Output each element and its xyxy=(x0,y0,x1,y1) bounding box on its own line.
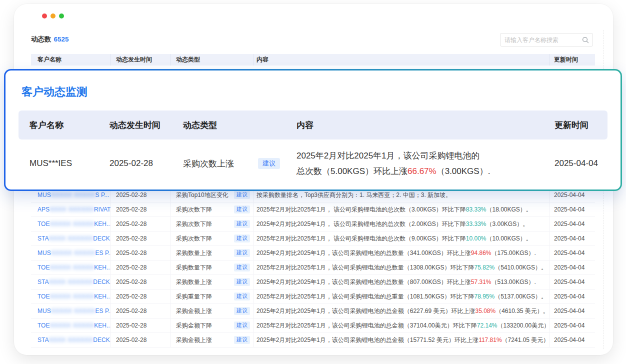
customer-name-prefix: MUS xyxy=(38,192,51,198)
customer-name-link[interactable]: STAXXXX XXXXXXDECK... xyxy=(31,275,111,289)
occurred-date: 2025-02-28 xyxy=(111,290,171,304)
search-input[interactable] xyxy=(504,36,582,44)
col-header-content: 内容 xyxy=(254,54,550,66)
suggestion-badge: 建议 xyxy=(234,264,250,272)
customer-name-link[interactable]: STAXXXX XXXXXXDECK... xyxy=(31,232,111,246)
updated-date: 2025-04-04 xyxy=(550,333,595,347)
customer-name: MUS***IES xyxy=(18,158,106,168)
customer-name-prefix: TOE xyxy=(38,220,50,228)
dynamic-type-label: 采购数量上涨 xyxy=(176,249,212,258)
masked-text: XXXX XXXXXX xyxy=(48,336,93,344)
masked-text: XXXX XXXXXX xyxy=(48,235,93,242)
updated-date: 2025-04-04 xyxy=(550,260,595,274)
customer-name-suffix: ES P... xyxy=(96,250,111,256)
occurred-date: 2025-02-28 xyxy=(111,232,171,246)
content-text: 2025年2月对比2025年1月，该公司采购锂电池的总数量（1308.00KGS… xyxy=(256,264,474,272)
suggestion-badge: 建议 xyxy=(234,278,250,286)
customer-name-link[interactable]: STAXXXX XXXXXXDECK... xyxy=(31,333,111,347)
table-row[interactable]: TOEXXXXX XXXXXKEH... 2025-02-28 采购重量下降 建… xyxy=(31,290,595,304)
maximize-window-icon[interactable] xyxy=(59,14,64,18)
customer-name-prefix: MUS xyxy=(38,250,51,256)
trend-percent: 33.33% xyxy=(466,220,486,228)
window-controls xyxy=(42,14,64,18)
content-text: 2025年2月对比2025年1月，该公司采购锂电池的总金额（6227.69 美元… xyxy=(256,307,475,316)
table-header: 客户名称 动态发生时间 动态类型 内容 更新时间 xyxy=(31,54,595,66)
updated-date: 2025-04-04 xyxy=(550,304,595,318)
content-text-tail: （175.00KGS）. xyxy=(492,249,536,258)
table-row[interactable]: TOEXXXXX XXXXXKEH... 2025-02-28 采购数量下降 建… xyxy=(31,260,595,275)
col-header-updated: 更新时间 xyxy=(552,120,608,131)
occurred-date: 2025-02-28 xyxy=(111,333,171,347)
trend-percent: 94.86% xyxy=(471,250,492,256)
updated-date: 2025-04-04 xyxy=(550,202,595,216)
customer-search[interactable] xyxy=(500,33,593,46)
dynamic-type-cell: 采购次数上涨 建议 xyxy=(180,158,294,170)
customer-name-suffix: DECK... xyxy=(93,278,111,286)
occurred-date: 2025-02-28 xyxy=(111,260,171,274)
customer-name-link[interactable]: TOEXXXXX XXXXXKEH... xyxy=(31,318,111,332)
table-row[interactable]: STAXXXX XXXXXXDECK... 2025-02-28 采购数量上涨 … xyxy=(31,275,595,290)
highlighted-row: MUS***IES 2025-02-28 采购次数上涨 建议 2025年2月对比… xyxy=(18,140,608,188)
table-row[interactable]: STAXXXX XXXXXXDECK... 2025-02-28 采购次数下降 … xyxy=(31,232,595,246)
customer-name-prefix: TOE xyxy=(38,322,50,329)
updated-date: 2025-04-04 xyxy=(550,275,595,289)
occurred-date: 2025-02-28 xyxy=(111,318,171,332)
content-cell: 2025年2月对比2025年1月，该公司采购锂电池的总金额（15771.52 美… xyxy=(254,333,550,347)
customer-name-suffix: ES P... xyxy=(96,308,111,314)
table-row[interactable]: APSXXXX XXXXXXRIVAT... 2025-02-28 采购次数下降… xyxy=(31,202,595,217)
dynamic-type-label: 采购次数下降 xyxy=(176,220,212,228)
suggestion-badge: 建议 xyxy=(234,336,250,344)
content-cell: 2025年2月对比2025年1月，该公司采购锂电池的 总次数（5.00KGS）环… xyxy=(294,148,552,179)
content-text-tail: （10.00KGS）。 xyxy=(486,234,532,243)
minimize-window-icon[interactable] xyxy=(50,14,56,18)
col-header-updated: 更新时间 xyxy=(550,54,595,66)
content-text: 2025年2月对比2025年1月， 该公司采购锂电池的总次数（9.00KGS）环… xyxy=(256,234,466,243)
search-icon[interactable] xyxy=(582,36,589,44)
col-header-type: 动态类型 xyxy=(171,54,254,66)
dynamic-type-cell: 采购次数下降 建议 xyxy=(171,217,254,231)
content-text: 按采购数量排名，Top3供应商分别为：1. 马来西亚；2. 中国；3. 新加坡。 xyxy=(256,191,452,200)
suggestion-badge: 建议 xyxy=(234,307,250,315)
card-table-header: 客户名称 动态发生时间 动态类型 内容 更新时间 xyxy=(18,110,608,140)
customer-name-link[interactable]: MUSXXXXX XXXXXES P... xyxy=(31,304,111,318)
trend-percent: 78.95% xyxy=(474,293,494,300)
suggestion-badge: 建议 xyxy=(234,220,250,228)
table-row[interactable]: MUSXXXXX XXXXXES P... 2025-02-28 采购数量上涨 … xyxy=(31,246,595,260)
trend-percent: 72.14% xyxy=(477,322,498,329)
table-row[interactable]: TOEXXXXX XXXXXKEH... 2025-02-28 采购金额下降 建… xyxy=(31,318,595,333)
content-line1: 2025年2月对比2025年1月，该公司采购锂电池的 xyxy=(296,151,480,160)
customer-name-prefix: APS xyxy=(38,206,50,213)
customer-name-link[interactable]: APSXXXX XXXXXXRIVAT... xyxy=(31,202,111,216)
customer-name-prefix: MUS xyxy=(38,308,51,314)
table-row[interactable]: TOEXXXXX XXXXXKEH... 2025-02-28 采购次数下降 建… xyxy=(31,217,595,232)
card-body: 客户动态监测 客户名称 动态发生时间 动态类型 内容 更新时间 MUS***IE… xyxy=(6,70,620,190)
customer-dynamics-monitor-card: 客户动态监测 客户名称 动态发生时间 动态类型 内容 更新时间 MUS***IE… xyxy=(4,69,622,191)
customer-name-link[interactable]: TOEXXXXX XXXXXKEH... xyxy=(31,260,111,274)
dynamic-type-label: 采购金额上涨 xyxy=(176,336,212,344)
masked-text: XXXX XXXXXX xyxy=(48,278,93,286)
occurred-date: 2025-02-28 xyxy=(111,246,171,260)
customer-name-link[interactable]: TOEXXXXX XXXXXKEH... xyxy=(31,290,111,304)
dynamic-type-cell: 采购金额上涨 建议 xyxy=(171,333,254,347)
close-window-icon[interactable] xyxy=(42,14,47,18)
updated-date: 2025-04-04 xyxy=(550,318,595,332)
dynamic-type-cell: 采购金额下降 建议 xyxy=(171,318,254,332)
customer-name-suffix: KEH... xyxy=(94,264,111,271)
masked-text: XXXXX XXXXX xyxy=(50,293,94,300)
trend-percent: 35.08% xyxy=(475,308,496,314)
customer-name-link[interactable]: MUSXXXXX XXXXXES P... xyxy=(31,246,111,260)
trend-percent: 66.67% xyxy=(408,166,436,176)
suggestion-badge: 建议 xyxy=(234,206,250,214)
customer-name-link[interactable]: TOEXXXXX XXXXXKEH... xyxy=(31,217,111,231)
content-text: 2025年2月对比2025年1月， 该公司采购锂电池的总次数（3.00KGS）环… xyxy=(256,206,466,214)
customer-name-suffix: RIVAT... xyxy=(94,206,111,213)
suggestion-badge: 建议 xyxy=(258,158,280,170)
updated-date: 2025-04-04 xyxy=(550,290,595,304)
content-line2-tail: （3.00KGS）. xyxy=(436,166,490,176)
customer-name-prefix: TOE xyxy=(38,264,50,271)
table-row[interactable]: STAXXXX XXXXXXDECK... 2025-02-28 采购金额上涨 … xyxy=(31,333,595,348)
content-text: 2025年2月对比2025年1月，该公司采购锂电池的总数量（341.00KGS）… xyxy=(256,249,471,258)
dynamic-type-label: 采购数量上涨 xyxy=(176,278,212,286)
table-row[interactable]: MUSXXXXX XXXXXES P... 2025-02-28 采购金额上涨 … xyxy=(31,304,595,318)
trend-percent: 83.33% xyxy=(466,206,486,213)
